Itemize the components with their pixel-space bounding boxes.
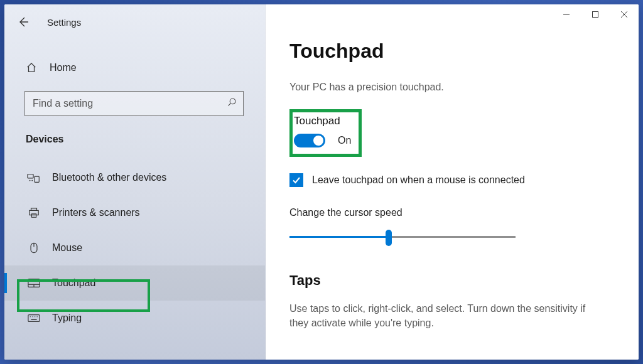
taps-heading: Taps (289, 272, 639, 289)
minimize-button[interactable] (552, 4, 581, 24)
sidebar-item-label: Typing (52, 313, 82, 324)
search-icon (227, 97, 237, 110)
page-subtitle: Your PC has a precision touchpad. (289, 82, 639, 93)
titlebar-controls (552, 4, 639, 24)
slider-label: Change the cursor speed (289, 207, 639, 218)
home-icon (24, 62, 38, 73)
page-title: Touchpad (289, 40, 639, 63)
settings-window: Settings Home Devices Bluetooth & oth (4, 4, 639, 360)
printer-icon (27, 207, 41, 218)
touchpad-toggle[interactable] (294, 134, 325, 147)
app-title: Settings (47, 17, 81, 28)
sidebar-item-touchpad[interactable]: Touchpad (4, 265, 265, 301)
sidebar-item-label: Touchpad (52, 277, 95, 289)
search-box[interactable] (24, 91, 244, 116)
svg-rect-7 (35, 176, 39, 182)
close-button[interactable] (610, 4, 639, 24)
category-heading: Devices (4, 116, 265, 149)
toggle-state-text: On (338, 135, 351, 146)
svg-line-5 (228, 104, 230, 106)
svg-rect-18 (28, 315, 40, 322)
toggle-label: Touchpad (294, 115, 351, 127)
sidebar-item-label: Bluetooth & other devices (52, 172, 166, 183)
checkbox-label: Leave touchpad on when a mouse is connec… (312, 174, 525, 186)
search-input[interactable] (33, 98, 227, 109)
sidebar-item-typing[interactable]: Typing (4, 301, 265, 336)
taps-description: Use taps to click, right-click, and sele… (289, 301, 603, 330)
annotation-highlight-toggle: Touchpad On (289, 109, 362, 157)
bluetooth-icon (27, 172, 41, 183)
header-row: Settings (4, 7, 265, 37)
svg-rect-12 (31, 214, 36, 217)
svg-point-4 (230, 99, 235, 104)
svg-rect-1 (593, 12, 598, 18)
main-content: Touchpad Your PC has a precision touchpa… (266, 4, 639, 360)
leave-touchpad-checkbox-row[interactable]: Leave touchpad on when a mouse is connec… (289, 173, 639, 187)
keyboard-icon (27, 314, 41, 323)
mouse-icon (27, 242, 41, 254)
checkbox-icon[interactable] (289, 173, 303, 187)
touchpad-icon (27, 278, 41, 288)
svg-rect-6 (28, 174, 33, 178)
sidebar-item-printers[interactable]: Printers & scanners (4, 195, 265, 230)
svg-point-8 (30, 180, 31, 181)
svg-rect-11 (30, 210, 38, 215)
svg-point-9 (31, 180, 33, 181)
maximize-button[interactable] (581, 4, 610, 24)
sidebar-item-label: Mouse (52, 242, 82, 254)
sidebar: Settings Home Devices Bluetooth & oth (4, 4, 266, 360)
nav-list: Bluetooth & other devices Printers & sca… (4, 160, 265, 336)
sidebar-item-label: Home (50, 62, 77, 73)
sidebar-item-home[interactable]: Home (4, 53, 265, 82)
back-button[interactable] (13, 12, 33, 32)
sidebar-item-mouse[interactable]: Mouse (4, 230, 265, 265)
sidebar-item-label: Printers & scanners (52, 207, 140, 218)
cursor-speed-slider[interactable] (289, 230, 516, 245)
sidebar-item-bluetooth[interactable]: Bluetooth & other devices (4, 160, 265, 195)
